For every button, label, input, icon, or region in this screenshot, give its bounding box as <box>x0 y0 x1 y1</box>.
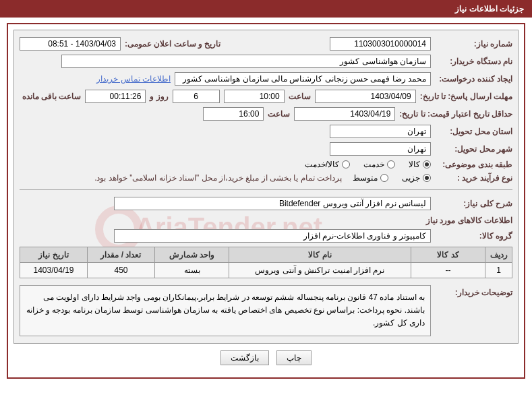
th-date: تاریخ نیاز <box>20 247 88 263</box>
buyer-org-value: سازمان هواشناسی کشور <box>61 55 431 68</box>
page-header: جزئیات اطلاعات نیاز <box>0 0 532 18</box>
city-value: تهران <box>330 142 431 156</box>
announce-label: تاریخ و ساعت اعلان عمومی: <box>125 39 220 49</box>
goods-group-value: کامپیوتر و فناوری اطلاعات-نرم افزار <box>114 229 431 243</box>
cell-unit: بسته <box>155 263 229 278</box>
row-requester: ایجاد کننده درخواست: محمد رضا فهمی حسن ز… <box>20 72 512 86</box>
th-code: کد کالا <box>411 247 485 263</box>
city-label: شهر محل تحویل: <box>435 144 512 154</box>
requester-value: محمد رضا فهمی حسن زنجانی کارشناس مالی سا… <box>175 72 431 86</box>
resp-date-value: 1403/04/09 <box>315 90 416 103</box>
price-valid-date-value: 1403/04/19 <box>294 107 395 121</box>
radio-jozi[interactable]: جزیی <box>402 173 431 183</box>
province-label: استان محل تحویل: <box>435 127 512 136</box>
row-buyer-notes: توضیحات خریدار: به استناد ماده 47 قانون … <box>20 282 512 336</box>
row-city: شهر محل تحویل: تهران <box>20 142 512 156</box>
radio-dot-icon <box>423 160 431 168</box>
buyer-notes-label: توضیحات خریدار: <box>435 282 512 297</box>
th-unit: واحد شمارش <box>155 247 229 263</box>
price-valid-time-value: 16:00 <box>203 107 264 121</box>
time-label-1: ساعت <box>289 92 311 101</box>
radio-khadamat[interactable]: خدمت <box>363 160 395 169</box>
row-subject-class: طبقه بندی موضوعی: کالا خدمت کالا/خدمت <box>20 160 512 169</box>
desc-value: لیسانس نرم افزار آنتی ویروس Bitdefender <box>114 197 431 210</box>
row-province: استان محل تحویل: تهران <box>20 125 512 138</box>
buyer-org-label: نام دستگاه خریدار: <box>435 57 512 66</box>
radio-dot-icon <box>423 174 431 182</box>
remain-label: ساعت باقی مانده <box>22 92 82 101</box>
radio-jozi-label: جزیی <box>402 173 420 183</box>
desc-label: شرح کلی نیاز: <box>435 199 512 208</box>
purchase-type-label: نوع فرآیند خرید : <box>435 173 512 183</box>
cell-date: 1403/04/19 <box>20 263 88 278</box>
resp-deadline-label: مهلت ارسال پاسخ: تا تاریخ: <box>420 92 512 101</box>
subject-radio-group: کالا خدمت کالا/خدمت <box>305 160 431 169</box>
row-purchase-type: نوع فرآیند خرید : جزیی متوسط پرداخت تمام… <box>20 173 512 183</box>
radio-kala-khadamat-label: کالا/خدمت <box>305 160 339 169</box>
goods-table: ردیف کد کالا نام کالا واحد شمارش تعداد /… <box>20 247 512 278</box>
row-buyer-org: نام دستگاه خریدار: سازمان هواشناسی کشور <box>20 55 512 68</box>
announce-value: 1403/04/03 - 08:51 <box>20 37 121 51</box>
buyer-notes-value: به استناد ماده 47 قانون برنامه پنجساله ش… <box>20 285 431 336</box>
print-button[interactable]: چاپ <box>276 350 312 365</box>
radio-khadamat-label: خدمت <box>363 160 384 169</box>
need-no-value: 1103003010000014 <box>330 37 431 51</box>
radio-motavaset-label: متوسط <box>353 173 378 183</box>
countdown-value: 00:11:26 <box>85 90 146 103</box>
th-qty: تعداد / مقدار <box>88 247 155 263</box>
page-title: جزئیات اطلاعات نیاز <box>455 4 524 13</box>
price-valid-label: حداقل تاریخ اعتبار قیمت: تا تاریخ: <box>399 109 512 119</box>
radio-dot-icon <box>387 160 395 168</box>
cell-name: نرم افزار امنیت تراکنش و آنتی ویروس <box>229 263 411 278</box>
subject-class-label: طبقه بندی موضوعی: <box>435 160 512 169</box>
outer-frame: AriaTender.net شماره نیاز: 1103003010000… <box>7 23 525 379</box>
row-goods-group: گروه کالا: کامپیوتر و فناوری اطلاعات-نرم… <box>20 229 512 243</box>
purchase-note: پرداخت تمام یا بخشی از مبلغ خرید،از محل … <box>94 173 342 183</box>
divider <box>20 189 512 190</box>
contact-link[interactable]: اطلاعات تماس خریدار <box>96 74 171 84</box>
radio-kala[interactable]: کالا <box>409 160 431 169</box>
resp-time-value: 10:00 <box>224 90 285 103</box>
row-need-no: شماره نیاز: 1103003010000014 تاریخ و ساع… <box>20 37 512 51</box>
row-response-deadline: مهلت ارسال پاسخ: تا تاریخ: 1403/04/09 سا… <box>20 90 512 103</box>
purchase-radio-group: جزیی متوسط <box>353 173 431 183</box>
radio-kala-label: کالا <box>409 160 420 169</box>
goods-group-label: گروه کالا: <box>435 231 512 241</box>
th-name: نام کالا <box>229 247 411 263</box>
radio-dot-icon <box>342 160 350 168</box>
table-row: 1 -- نرم افزار امنیت تراکنش و آنتی ویروس… <box>20 263 512 278</box>
requester-label: ایجاد کننده درخواست: <box>435 74 512 84</box>
need-no-label: شماره نیاز: <box>435 39 512 49</box>
radio-kala-khadamat[interactable]: کالا/خدمت <box>305 160 350 169</box>
th-row: ردیف <box>485 247 512 263</box>
goods-section-title: اطلاعات کالاهای مورد نیاز <box>20 216 512 225</box>
back-button[interactable]: بازگشت <box>220 350 269 365</box>
row-description: شرح کلی نیاز: لیسانس نرم افزار آنتی ویرو… <box>20 197 512 210</box>
form-panel: AriaTender.net شماره نیاز: 1103003010000… <box>13 30 519 344</box>
days-and-label: روز و <box>150 92 168 101</box>
days-value: 6 <box>173 90 220 103</box>
button-bar: چاپ بازگشت <box>13 350 519 365</box>
radio-motavaset[interactable]: متوسط <box>353 173 388 183</box>
radio-dot-icon <box>380 174 388 182</box>
time-label-2: ساعت <box>268 109 290 119</box>
province-value: تهران <box>330 125 431 138</box>
cell-code: -- <box>411 263 485 278</box>
row-price-validity: حداقل تاریخ اعتبار قیمت: تا تاریخ: 1403/… <box>20 107 512 121</box>
table-header-row: ردیف کد کالا نام کالا واحد شمارش تعداد /… <box>20 247 512 263</box>
cell-qty: 450 <box>88 263 155 278</box>
cell-row: 1 <box>485 263 512 278</box>
